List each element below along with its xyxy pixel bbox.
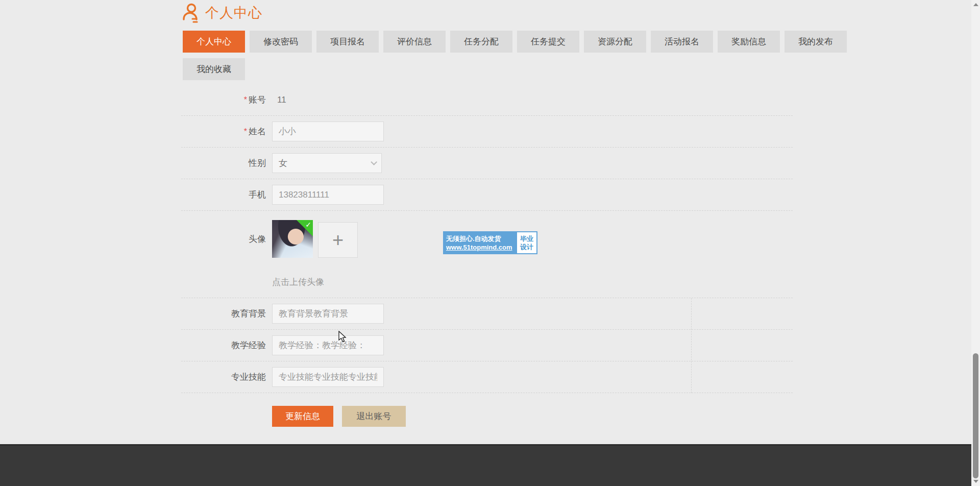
page-footer	[0, 444, 971, 486]
gender-label: 性别	[181, 157, 272, 169]
tab-personal-center[interactable]: 个人中心	[183, 31, 245, 53]
account-value: 11	[277, 95, 286, 105]
ad-badge: 毕业 设计	[517, 232, 536, 253]
account-row: *账号 11	[181, 84, 793, 116]
ad-badge-line2: 设计	[520, 243, 533, 251]
tab-evaluation-info[interactable]: 评价信息	[383, 31, 446, 53]
education-label: 教育背景	[181, 308, 272, 320]
required-mark: *	[244, 127, 247, 136]
vertical-divider	[691, 298, 692, 393]
experience-row: 教学经验	[181, 330, 793, 361]
scrollbar-thumb[interactable]	[973, 353, 978, 478]
ad-banner[interactable]: 无须担心.自动发货 www.51topmind.com 毕业 设计	[443, 231, 537, 254]
ad-text: 无须担心.自动发货 www.51topmind.com	[443, 231, 516, 254]
avatar-upload-button[interactable]: +	[318, 222, 358, 258]
tab-bar: 个人中心 修改密码 项目报名 评价信息 任务分配 任务提交 资源分配 活动报名 …	[183, 31, 851, 53]
avatar-row: 头像 ✓ + 点击上传头像 无须担心.自动发货 www.51topmind.co…	[181, 211, 793, 298]
name-label: *姓名	[181, 126, 272, 137]
button-row: 更新信息 退出账号	[272, 406, 793, 427]
gender-select[interactable]: 女	[272, 153, 382, 173]
phone-row: 手机	[181, 179, 793, 211]
experience-label: 教学经验	[181, 339, 272, 351]
profile-form: *账号 11 *姓名 性别 女 手机 头像 ✓ + 点	[181, 84, 793, 427]
education-input[interactable]	[272, 304, 384, 324]
scroll-down-arrow-icon[interactable]	[973, 480, 978, 483]
plus-icon: +	[332, 230, 344, 250]
update-info-button[interactable]: 更新信息	[272, 406, 333, 427]
name-row: *姓名	[181, 116, 793, 148]
tab-my-posts[interactable]: 我的发布	[785, 31, 847, 53]
tab-project-signup[interactable]: 项目报名	[316, 31, 379, 53]
skills-label: 专业技能	[181, 371, 272, 383]
avatar-upload-hint: 点击上传头像	[272, 276, 358, 288]
required-mark: *	[244, 95, 247, 104]
logout-button[interactable]: 退出账号	[342, 406, 406, 427]
page-title: 个人中心	[205, 4, 262, 22]
tab-task-assignment[interactable]: 任务分配	[450, 31, 512, 53]
phone-label: 手机	[181, 189, 272, 201]
education-row: 教育背景	[181, 298, 793, 330]
skills-input[interactable]	[272, 367, 384, 387]
gender-row: 性别 女	[181, 148, 793, 179]
tab-activity-signup[interactable]: 活动报名	[651, 31, 713, 53]
page-header: 个人中心	[180, 2, 262, 23]
ad-slogan: 无须担心.自动发货	[446, 234, 514, 244]
account-label: *账号	[181, 94, 272, 106]
ad-badge-line1: 毕业	[520, 235, 533, 243]
avatar-label: 头像	[181, 220, 272, 245]
tab-change-password[interactable]: 修改密码	[250, 31, 312, 53]
chevron-down-icon	[371, 159, 377, 165]
vertical-scrollbar[interactable]	[971, 0, 980, 486]
gender-selected-value: 女	[279, 157, 287, 169]
tab-task-submission[interactable]: 任务提交	[517, 31, 579, 53]
skills-row: 专业技能	[181, 361, 793, 393]
phone-input[interactable]	[272, 185, 384, 205]
name-input[interactable]	[272, 121, 384, 141]
check-icon: ✓	[305, 221, 311, 229]
tab-my-favorites[interactable]: 我的收藏	[183, 58, 245, 80]
scroll-up-arrow-icon[interactable]	[973, 3, 978, 6]
tab-bar-row2: 我的收藏	[183, 58, 250, 80]
tab-reward-info[interactable]: 奖励信息	[718, 31, 780, 53]
person-icon	[180, 2, 201, 23]
ad-url-link[interactable]: www.51topmind.com	[446, 244, 514, 251]
tab-resource-allocation[interactable]: 资源分配	[584, 31, 646, 53]
avatar-image[interactable]: ✓	[272, 220, 313, 258]
experience-input[interactable]	[272, 335, 384, 355]
